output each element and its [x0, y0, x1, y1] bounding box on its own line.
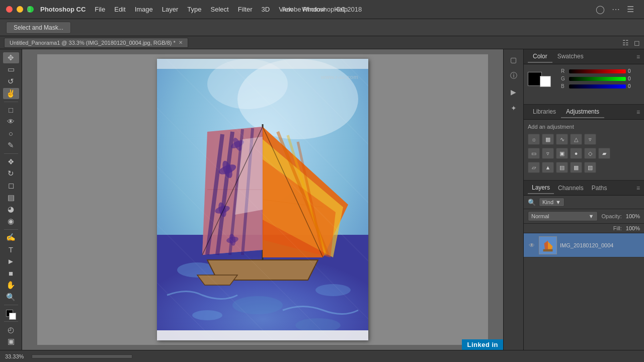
vibrance-btn[interactable]: ▿ [584, 134, 596, 145]
document-tab[interactable]: Untitled_Panorama1 @ 33.3% (IMG_20180120… [4, 38, 188, 48]
blend-mode-dropdown[interactable]: Normal ▼ [528, 211, 598, 221]
bw-btn[interactable]: ▣ [556, 148, 568, 159]
pen-tool[interactable]: ✍ [3, 232, 19, 243]
select-rect-tool[interactable]: ▭ [3, 64, 19, 75]
canvas-document: www.r-sc.com [157, 59, 368, 340]
color-swatches-tabs: Color Swatches ≡ [524, 49, 644, 64]
tool-separator-5 [4, 321, 18, 322]
fill-value[interactable]: 100% [626, 225, 640, 231]
background-color-swatch[interactable] [540, 76, 551, 87]
menu-edit[interactable]: Edit [114, 6, 125, 13]
brightness-contrast-btn[interactable]: ☼ [528, 134, 540, 145]
quick-mask-tool[interactable]: ◴ [3, 324, 19, 335]
minimize-button[interactable] [17, 6, 23, 13]
menu-help[interactable]: Help [334, 6, 348, 13]
eraser-tool[interactable]: ◻ [3, 180, 19, 191]
menu-filter[interactable]: Filter [238, 6, 253, 13]
hand-tool[interactable]: ✋ [3, 280, 19, 291]
tool-separator-4 [4, 305, 18, 305]
red-slider[interactable] [569, 69, 626, 73]
left-toolbar: ✥ ▭ ↺ ✌ □ 👁 ○ ✎ ❖ ↻ ◻ ▤ ◕ ◉ ✍ T ► ■ ✋ 🔍 … [0, 49, 22, 350]
move-tool[interactable]: ✥ [3, 52, 19, 63]
color-balance-btn[interactable]: ▿ [542, 148, 554, 159]
tab-libraries[interactable]: Libraries [528, 106, 561, 118]
titlebar-right-icons: ◯ ⋯ ☰ [596, 5, 634, 14]
layer-visibility-icon[interactable]: 👁 [528, 242, 536, 249]
foreground-bg-colors[interactable] [3, 308, 19, 319]
invert-btn[interactable]: ▱ [528, 162, 540, 173]
linkedin-badge: Linked in [462, 339, 503, 350]
layer-comp-icon[interactable]: ▢ [507, 53, 521, 66]
tab-channels[interactable]: Channels [554, 183, 588, 194]
menu-layer[interactable]: Layer [162, 6, 179, 13]
menu-window[interactable]: Window [302, 6, 325, 13]
adjustments-content: Add an adjustment ☼ ▩ ∿ △ ▿ ▭ ▿ ▣ ● ◇ ▰ … [524, 120, 644, 180]
menu-view[interactable]: View [279, 6, 293, 13]
screen-mode-tool[interactable]: ▣ [3, 336, 19, 347]
right-icon-bar: ▢ ⓘ ▶ ✦ [503, 49, 523, 350]
path-select-tool[interactable]: ► [3, 256, 19, 267]
curves-btn[interactable]: ∿ [556, 134, 568, 145]
tab-close-icon[interactable]: ✕ [179, 40, 183, 45]
menu-file[interactable]: File [95, 6, 105, 13]
crop-tool[interactable]: □ [3, 104, 19, 115]
tool-separator-1 [4, 102, 18, 102]
opacity-value[interactable]: 100% [626, 213, 640, 219]
layers-panel-menu-icon[interactable]: ≡ [636, 185, 640, 192]
select-mask-button[interactable]: Select and Mask... [6, 22, 71, 34]
dodge-tool[interactable]: ◉ [3, 216, 19, 227]
quick-select-tool[interactable]: ✌ [3, 88, 19, 99]
healing-brush-tool[interactable]: ○ [3, 128, 19, 139]
photo-filter-btn[interactable]: ● [570, 148, 582, 159]
lasso-tool[interactable]: ↺ [3, 76, 19, 87]
tab-layers[interactable]: Layers [528, 182, 554, 194]
threshold-btn[interactable]: ▤ [556, 162, 568, 173]
info-icon[interactable]: ⓘ [507, 69, 521, 82]
adj-panel-menu-icon[interactable]: ≡ [636, 109, 640, 116]
kind-dropdown[interactable]: Kind ▼ [539, 198, 565, 207]
canvas-area[interactable]: www.r-sc.com Linked in [22, 49, 503, 350]
menu-type[interactable]: Type [187, 6, 201, 13]
exposure-btn[interactable]: △ [570, 134, 582, 145]
menu-icon[interactable]: ☰ [627, 5, 634, 14]
color-lookup-btn[interactable]: ▰ [598, 148, 610, 159]
more-icon[interactable]: ⋯ [612, 5, 620, 14]
layers-search-icon[interactable]: 🔍 [528, 199, 536, 206]
menu-select[interactable]: Select [210, 6, 228, 13]
tab-swatches[interactable]: Swatches [552, 51, 589, 63]
zoom-tool[interactable]: 🔍 [3, 292, 19, 303]
posterize-btn[interactable]: ▲ [542, 162, 554, 173]
view-icon[interactable]: ◻ [634, 39, 640, 47]
gradient-tool[interactable]: ▤ [3, 192, 19, 203]
blue-slider[interactable] [569, 84, 626, 88]
menu-3d[interactable]: 3D [262, 6, 270, 13]
layer-item[interactable]: 👁 IMG_20180120_0004 [524, 233, 644, 257]
gradient-map-btn[interactable]: ▦ [570, 162, 582, 173]
menu-image[interactable]: Image [135, 6, 153, 13]
history-brush-tool[interactable]: ↻ [3, 168, 19, 179]
brush-tool[interactable]: ✎ [3, 140, 19, 151]
styles-icon[interactable]: ✦ [507, 102, 521, 115]
close-button[interactable] [6, 6, 13, 13]
eyedropper-tool[interactable]: 👁 [3, 116, 19, 127]
levels-btn[interactable]: ▩ [542, 134, 554, 145]
main-layout: ✥ ▭ ↺ ✌ □ 👁 ○ ✎ ❖ ↻ ◻ ▤ ◕ ◉ ✍ T ► ■ ✋ 🔍 … [0, 49, 644, 350]
type-tool[interactable]: T [3, 244, 19, 255]
selective-color-btn[interactable]: ▧ [584, 162, 596, 173]
actions-icon[interactable]: ▶ [507, 85, 521, 99]
tab-paths[interactable]: Paths [588, 183, 611, 194]
green-slider[interactable] [569, 77, 626, 81]
kind-dropdown-arrow: ▼ [555, 199, 561, 205]
clone-stamp-tool[interactable]: ❖ [3, 156, 19, 167]
tab-color[interactable]: Color [528, 51, 552, 63]
arrange-icon[interactable]: ☷ [622, 39, 629, 47]
layer-info: IMG_20180120_0004 [560, 242, 640, 248]
blend-mode-value: Normal [531, 213, 549, 219]
channel-mixer-btn[interactable]: ◇ [584, 148, 596, 159]
shape-tool[interactable]: ■ [3, 268, 19, 279]
hsl-btn[interactable]: ▭ [528, 148, 540, 159]
tab-adjustments[interactable]: Adjustments [561, 106, 604, 118]
panel-menu-icon[interactable]: ≡ [636, 53, 640, 60]
blur-tool[interactable]: ◕ [3, 204, 19, 215]
profile-icon[interactable]: ◯ [596, 5, 605, 14]
